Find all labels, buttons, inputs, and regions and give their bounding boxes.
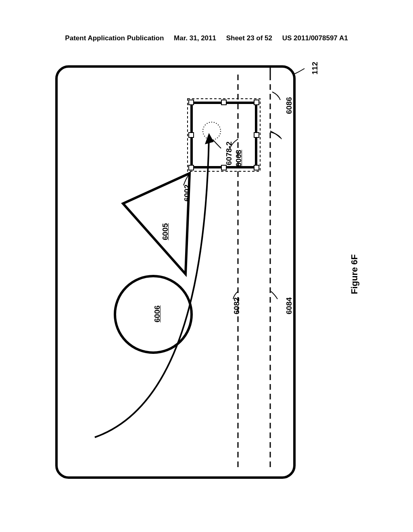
ref-6086: 6086 [285, 97, 294, 114]
header-sheet: Sheet 23 of 52 [226, 34, 272, 42]
svg-rect-6 [189, 100, 194, 105]
svg-rect-7 [221, 100, 226, 105]
ref-6006: 6006 [153, 305, 162, 322]
svg-rect-11 [189, 165, 194, 170]
leader-6084b [266, 290, 282, 302]
figure-area [52, 60, 327, 486]
diagram-svg [52, 60, 327, 486]
header-left: Patent Application Publication [65, 34, 164, 42]
ref-6008: 6008 [234, 150, 243, 167]
svg-rect-10 [254, 133, 259, 137]
svg-rect-5 [192, 103, 256, 167]
svg-rect-9 [189, 133, 194, 137]
ref-6078-2: 6078-2 [225, 141, 234, 165]
svg-point-14 [203, 122, 221, 140]
header-date: Mar. 31, 2011 [174, 34, 216, 42]
ref-112: 112 [311, 62, 319, 75]
ref-6084: 6084 [285, 297, 294, 314]
page-header: Patent Application Publication Mar. 31, … [0, 34, 413, 42]
svg-marker-15 [123, 173, 190, 274]
leader-6084 [266, 129, 290, 141]
ref-6005: 6005 [161, 223, 170, 240]
ref-6002: 6002 [183, 185, 192, 202]
svg-rect-4 [188, 99, 260, 171]
figure-caption: Figure 6F [349, 254, 360, 294]
svg-rect-13 [254, 165, 259, 170]
svg-rect-8 [254, 100, 259, 105]
svg-rect-12 [221, 165, 226, 170]
svg-rect-0 [56, 66, 294, 478]
header-pubno: US 2011/0078597 A1 [282, 34, 348, 42]
svg-marker-17 [205, 133, 214, 144]
leader-6082 [232, 290, 248, 302]
